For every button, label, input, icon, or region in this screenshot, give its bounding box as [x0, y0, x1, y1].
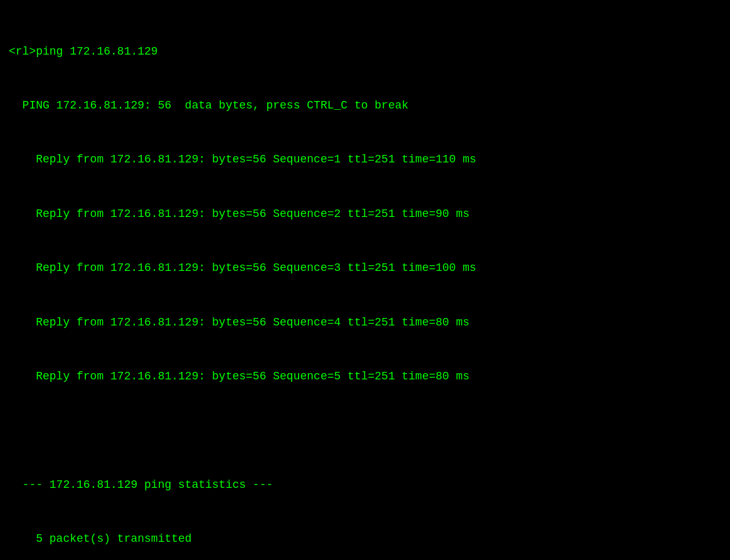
ping1-reply-2: Reply from 172.16.81.129: bytes=56 Seque… — [9, 205, 721, 223]
ping1-reply-5: Reply from 172.16.81.129: bytes=56 Seque… — [9, 367, 721, 386]
ping1-reply-3: Reply from 172.16.81.129: bytes=56 Seque… — [9, 259, 721, 277]
terminal-output: <rl>ping 172.16.81.129 PING 172.16.81.12… — [9, 6, 721, 560]
ping1-reply-1: Reply from 172.16.81.129: bytes=56 Seque… — [9, 151, 721, 169]
ping1-header: PING 172.16.81.129: 56 data bytes, press… — [9, 97, 721, 115]
ping1-stat-1: 5 packet(s) transmitted — [9, 530, 721, 548]
ping1-command: <rl>ping 172.16.81.129 — [9, 43, 721, 61]
ping1-reply-4: Reply from 172.16.81.129: bytes=56 Seque… — [9, 314, 721, 332]
ping1-stats-header: --- 172.16.81.129 ping statistics --- — [9, 476, 721, 494]
